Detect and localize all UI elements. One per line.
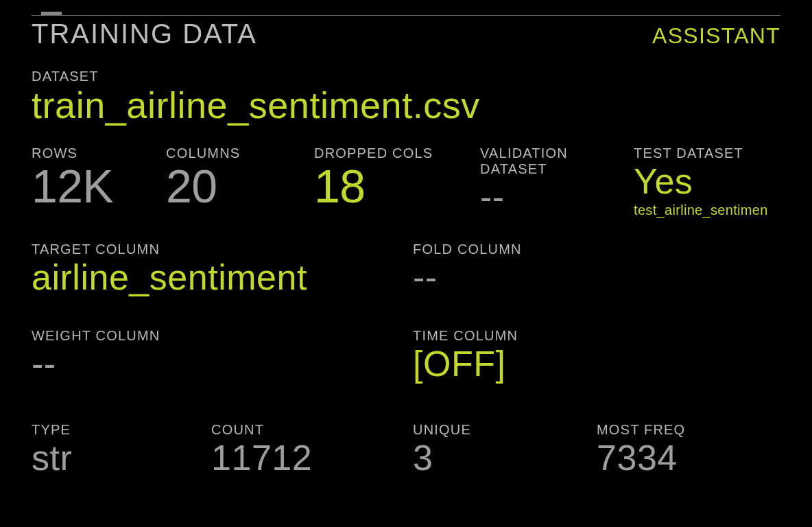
most-freq-label: MOST FREQ: [597, 422, 774, 438]
weight-column-label: WEIGHT COLUMN: [32, 328, 406, 344]
scroll-marker: [41, 12, 62, 15]
most-freq-field: MOST FREQ 7334: [597, 422, 780, 477]
target-column-value: airline_sentiment: [32, 259, 406, 296]
test-dataset-value: Yes: [634, 163, 771, 200]
unique-label: UNIQUE: [413, 422, 590, 438]
type-value: str: [32, 439, 204, 477]
assistant-link[interactable]: ASSISTANT: [652, 23, 780, 49]
time-column-field[interactable]: TIME COLUMN [OFF]: [413, 328, 780, 383]
dropped-cols-value: 18: [314, 163, 473, 209]
unique-value: 3: [413, 439, 590, 477]
test-dataset-field[interactable]: TEST DATASET Yes test_airline_sentimen: [634, 145, 778, 219]
columns-field[interactable]: COLUMNS 20: [166, 145, 314, 219]
time-column-value: [OFF]: [413, 345, 774, 383]
validation-dataset-label: VALIDATION DATASET: [480, 145, 627, 177]
target-column-field[interactable]: TARGET COLUMN airline_sentiment: [32, 242, 413, 296]
weight-column-field[interactable]: WEIGHT COLUMN --: [32, 328, 413, 383]
dataset-label: DATASET: [32, 69, 480, 84]
top-bar: [32, 0, 780, 15]
dropped-cols-field[interactable]: DROPPED COLS 18: [314, 145, 480, 219]
rows-value: 12K: [32, 163, 159, 209]
count-value: 11712: [211, 439, 406, 477]
dataset-value: train_airline_sentiment.csv: [32, 86, 480, 125]
validation-dataset-field[interactable]: VALIDATION DATASET --: [480, 145, 634, 219]
fold-column-label: FOLD COLUMN: [413, 242, 774, 257]
most-freq-value: 7334: [597, 439, 774, 477]
dropped-cols-label: DROPPED COLS: [314, 145, 473, 161]
rows-field[interactable]: ROWS 12K: [32, 145, 166, 219]
dataset-field[interactable]: DATASET train_airline_sentiment.csv: [32, 69, 487, 125]
type-label: TYPE: [32, 422, 204, 438]
validation-dataset-value: --: [480, 178, 627, 216]
fold-column-field[interactable]: FOLD COLUMN --: [413, 242, 780, 296]
unique-field: UNIQUE 3: [413, 422, 597, 477]
fold-column-value: --: [413, 259, 774, 296]
weight-column-value: --: [32, 345, 406, 383]
columns-value: 20: [166, 163, 307, 209]
rows-label: ROWS: [32, 145, 159, 161]
columns-label: COLUMNS: [166, 145, 307, 161]
count-field: COUNT 11712: [211, 422, 413, 477]
time-column-label: TIME COLUMN: [413, 328, 774, 344]
type-field: TYPE str: [32, 422, 211, 477]
divider: [32, 15, 780, 16]
target-column-label: TARGET COLUMN: [32, 242, 406, 257]
test-dataset-filename: test_airline_sentimen: [634, 202, 771, 218]
test-dataset-label: TEST DATASET: [634, 145, 771, 161]
count-label: COUNT: [211, 422, 406, 438]
section-title: TRAINING DATA: [32, 19, 257, 49]
